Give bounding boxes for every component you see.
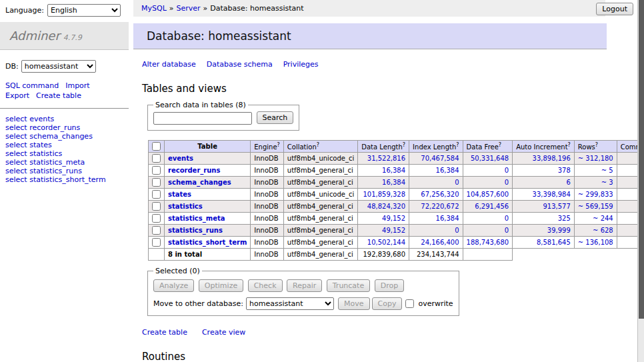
export-link[interactable]: Export [5, 91, 29, 100]
rows-count-link[interactable]: ~ 569,159 [578, 203, 613, 210]
table-name-link[interactable]: statistics_runs [168, 227, 223, 234]
index-length-link[interactable]: 0 [413, 179, 459, 186]
breadcrumb-link-server[interactable]: Server [177, 4, 201, 13]
overwrite-checkbox[interactable] [405, 299, 414, 308]
table-name-link[interactable]: states [168, 191, 191, 198]
table-name-link[interactable]: recorder_runs [168, 167, 220, 174]
breadcrumb-link-mysql[interactable]: MySQL [141, 4, 167, 13]
data-length-link[interactable]: 16,384 [361, 167, 405, 174]
auto-increment-link[interactable]: 913,577 [516, 203, 571, 210]
copy-button[interactable]: Copy [372, 297, 403, 310]
auto-increment-link[interactable]: 325 [516, 215, 571, 222]
row-checkbox[interactable] [152, 226, 161, 235]
index-length-link[interactable]: 70,467,584 [413, 155, 459, 162]
row-checkbox[interactable] [152, 238, 161, 247]
auto-increment-link[interactable]: 6 [516, 179, 571, 186]
create-table-link-sidebar[interactable]: Create table [36, 91, 81, 100]
table-select-link[interactable]: select statistics_runs [5, 167, 123, 175]
rows-count-link[interactable]: ~ 312,180 [578, 155, 613, 162]
row-checkbox[interactable] [152, 178, 161, 187]
engine-cell: InnoDB [251, 152, 284, 164]
optimize-button[interactable]: Optimize [199, 279, 243, 292]
auto-increment-link[interactable]: 33,898,196 [516, 155, 571, 162]
row-checkbox[interactable] [152, 190, 161, 199]
search-button[interactable]: Search [257, 111, 294, 124]
breadcrumb-separator: » [203, 4, 208, 13]
data-free-link[interactable]: 0 [467, 215, 509, 222]
database-schema-link[interactable]: Database schema [207, 60, 273, 69]
auto-increment-link[interactable]: 378 [516, 167, 571, 174]
table-select-link[interactable]: select recorder_runs [5, 123, 123, 132]
rows-count-link[interactable]: ~ 244 [578, 215, 613, 222]
data-free-link[interactable]: 0 [467, 179, 509, 186]
row-checkbox[interactable] [152, 202, 161, 211]
rows-count-link[interactable]: ~ 628 [578, 227, 613, 234]
table-name-link[interactable]: statistics [168, 203, 203, 210]
data-length-link[interactable]: 101,859,328 [361, 191, 405, 198]
table-select-link[interactable]: select events [5, 115, 123, 123]
scrollbar-thumb[interactable] [639, 0, 644, 319]
drop-button[interactable]: Drop [375, 279, 404, 292]
index-length-link[interactable]: 67,256,320 [413, 191, 459, 198]
repair-button[interactable]: Repair [287, 279, 322, 292]
data-free-link[interactable]: 0 [467, 227, 509, 234]
alter-database-link[interactable]: Alter database [142, 60, 196, 69]
sql-command-link[interactable]: SQL command [5, 81, 59, 90]
rows-count-link[interactable]: ~ 3 [578, 179, 613, 186]
search-input[interactable] [153, 112, 252, 125]
table-row: statistics_short_term InnoDB utf8mb4_gen… [149, 236, 644, 248]
data-length-link[interactable]: 31,522,816 [361, 155, 405, 162]
table-select-link[interactable]: select statistics [5, 149, 123, 158]
index-length-link[interactable]: 72,220,672 [413, 203, 459, 210]
table-select-link[interactable]: select statistics_short_term [5, 175, 123, 184]
auto-increment-link[interactable]: 8,581,645 [516, 239, 571, 246]
check-button[interactable]: Check [248, 279, 283, 292]
table-select-link[interactable]: select statistics_meta [5, 158, 123, 167]
data-length-link[interactable]: 49,152 [361, 215, 405, 222]
truncate-button[interactable]: Truncate [327, 279, 370, 292]
row-checkbox[interactable] [152, 154, 161, 163]
auto-increment-link[interactable]: 33,398,984 [516, 191, 571, 198]
move-db-select[interactable]: homeassistant [246, 297, 334, 310]
create-view-link[interactable]: Create view [202, 328, 245, 337]
data-free-link[interactable]: 0 [467, 167, 509, 174]
logout-button[interactable]: Logout [596, 3, 633, 15]
create-table-link[interactable]: Create table [142, 328, 187, 337]
table-select-link[interactable]: select states [5, 141, 123, 149]
data-length-link[interactable]: 48,824,320 [361, 203, 405, 210]
table-select-link[interactable]: select schema_changes [5, 132, 123, 141]
rows-count-link[interactable]: ~ 5 [578, 167, 613, 174]
move-button[interactable]: Move [338, 297, 370, 310]
index-length-link[interactable]: 16,384 [413, 167, 459, 174]
data-length-link[interactable]: 16,384 [361, 179, 405, 186]
data-free-link[interactable]: 6,291,456 [467, 203, 509, 210]
engine-cell: InnoDB [251, 200, 284, 212]
data-length-link[interactable]: 10,502,144 [361, 239, 405, 246]
table-name-link[interactable]: events [168, 155, 193, 162]
table-name-link[interactable]: statistics_short_term [168, 239, 247, 246]
row-checkbox[interactable] [152, 166, 161, 175]
rows-count-link[interactable]: ~ 299,833 [578, 191, 613, 198]
scrollbar[interactable] [637, 0, 644, 362]
data-free-link[interactable]: 188,743,680 [467, 239, 509, 246]
column-header-collation: Collation? [283, 140, 357, 152]
analyze-button[interactable]: Analyze [153, 279, 194, 292]
table-name-link[interactable]: schema_changes [168, 179, 231, 186]
index-length-link[interactable]: 0 [413, 227, 459, 234]
column-hint: ? [456, 142, 459, 148]
rows-count-link[interactable]: ~ 136,108 [578, 239, 613, 246]
privileges-link[interactable]: Privileges [283, 60, 319, 69]
import-link[interactable]: Import [65, 81, 90, 90]
row-checkbox[interactable] [152, 214, 161, 223]
language-select[interactable]: English [47, 4, 121, 17]
data-free-link[interactable]: 104,857,600 [467, 191, 509, 198]
index-length-link[interactable]: 24,166,400 [413, 239, 459, 246]
data-free-link[interactable]: 50,331,648 [467, 155, 509, 162]
overwrite-label: overwrite [418, 299, 453, 308]
index-length-link[interactable]: 16,384 [413, 215, 459, 222]
auto-increment-link[interactable]: 39,999 [516, 227, 571, 234]
table-name-link[interactable]: statistics_meta [168, 215, 225, 222]
select-all-checkbox[interactable] [152, 142, 161, 151]
data-length-link[interactable]: 49,152 [361, 227, 405, 234]
db-select[interactable]: homeassistant [21, 60, 96, 73]
